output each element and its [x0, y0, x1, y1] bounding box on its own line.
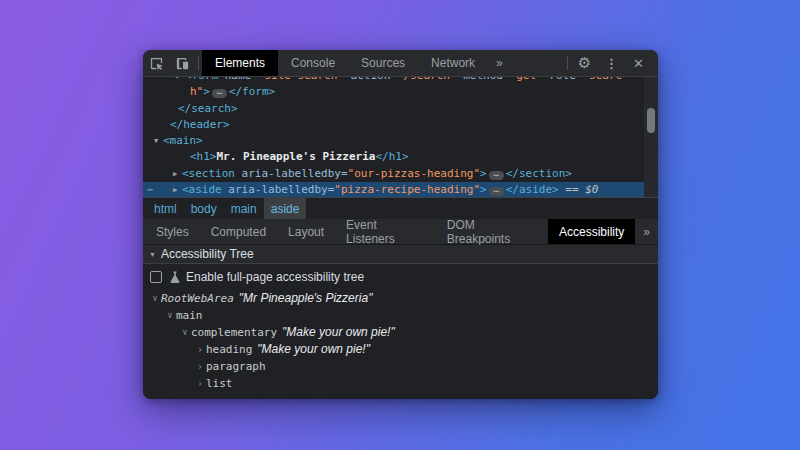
toolbar-separator — [198, 56, 199, 70]
code-token-tag: </h1> — [375, 150, 408, 163]
row-options-dots-icon[interactable]: ⋯ — [147, 182, 154, 198]
dom-tree-row[interactable]: ⋯▶<aside aria-labelledby="pizza-recipe-h… — [143, 182, 658, 198]
enable-full-page-tree-checkbox[interactable] — [150, 271, 162, 283]
dom-tree-row[interactable]: </header> — [143, 117, 658, 133]
dom-tree-row[interactable]: h">…</form> — [143, 84, 658, 100]
settings-gear-icon[interactable]: ⚙ — [571, 50, 598, 76]
dom-rows: ▶<form name="site-search" action="/searc… — [143, 77, 658, 198]
customize-menu-icon[interactable]: ⋮ — [598, 50, 625, 76]
collapsed-content-ellipsis-button[interactable]: … — [489, 187, 504, 196]
code-token-tag: <form — [185, 77, 218, 82]
code-token-val: "/search" — [397, 77, 457, 82]
a11y-tree-row-rootwebarea[interactable]: ∨RootWebArea"Mr Pineapple's Pizzeria" — [143, 290, 658, 307]
code-token-attr: name= — [218, 77, 258, 82]
devtools-toolbar: ElementsConsoleSourcesNetwork » ⚙ ⋮ ✕ — [143, 50, 658, 77]
dom-scrollbar-track[interactable] — [644, 77, 658, 197]
code-token-val: "searc — [582, 77, 622, 82]
collapsed-arrow-icon[interactable]: ▶ — [173, 182, 182, 198]
code-token-tag: > — [480, 167, 487, 180]
a11y-tree-row-main[interactable]: ∨main — [143, 307, 658, 324]
code-token-tag: </aside> — [506, 183, 559, 196]
dom-tree-row[interactable]: ▶<form name="site-search" action="/searc… — [143, 77, 658, 84]
a11y-tree-row-heading[interactable]: ›heading"Make your own pie!" — [143, 341, 658, 358]
a11y-role-label: heading — [206, 341, 252, 358]
code-token-tag: <h1> — [190, 150, 217, 163]
sidebar-tabs: StylesComputedLayoutEvent ListenersDOM B… — [145, 219, 635, 244]
code-token-val: "pizza-recipe-heading" — [334, 183, 480, 196]
more-sidebar-tabs-chevron-icon[interactable]: » — [635, 219, 658, 244]
tab-elements[interactable]: Elements — [202, 50, 278, 76]
breadcrumb-item-html[interactable]: html — [147, 198, 184, 219]
tab-layout[interactable]: Layout — [277, 219, 335, 244]
dom-tree-row[interactable]: ▶<section aria-labelledby="our-pizzas-he… — [143, 166, 658, 182]
full-page-a11y-tree-row: Enable full-page accessibility tree — [143, 264, 658, 290]
code-token-eq: == $0 — [559, 183, 599, 196]
tab-styles[interactable]: Styles — [145, 219, 200, 244]
a11y-accessible-name: "Mr Pineapple's Pizzeria" — [239, 290, 373, 307]
chevron-right-icon[interactable]: › — [194, 341, 206, 358]
code-token-tag: <section — [182, 167, 235, 180]
devtools-window: ElementsConsoleSourcesNetwork » ⚙ ⋮ ✕ ▶<… — [143, 50, 658, 399]
accessibility-tree-section-header[interactable]: ▼ Accessibility Tree — [143, 245, 658, 264]
dom-scrollbar-thumb[interactable] — [647, 108, 655, 133]
collapsed-arrow-icon[interactable]: ▶ — [176, 77, 185, 84]
chevron-right-icon[interactable]: › — [194, 375, 206, 392]
code-token-tag: <aside — [182, 183, 222, 196]
experiment-flask-icon — [169, 271, 181, 284]
chevron-down-icon[interactable]: ∨ — [149, 290, 161, 307]
breadcrumb-item-main[interactable]: main — [224, 198, 264, 219]
chevron-down-icon[interactable]: ∨ — [164, 307, 176, 324]
code-token-val: "get" — [510, 77, 543, 82]
dom-tree-row[interactable]: <h1>Mr. Pineapple's Pizzeria</h1> — [143, 149, 658, 165]
toolbar-separator — [567, 56, 568, 70]
collapsed-content-ellipsis-button[interactable]: … — [489, 171, 504, 180]
a11y-role-label: paragraph — [206, 358, 266, 375]
a11y-tree-row-list[interactable]: ›list — [143, 375, 658, 392]
close-icon[interactable]: ✕ — [625, 50, 652, 76]
a11y-accessible-name: "Make your own pie!" — [282, 324, 395, 341]
dom-tree-row[interactable]: ▼<main> — [143, 133, 658, 149]
breadcrumb-item-aside[interactable]: aside — [264, 198, 307, 219]
code-token-tag: </header> — [170, 118, 230, 131]
code-token-val: "our-pizzas-heading" — [348, 167, 480, 180]
toolbar-right-controls: ⚙ ⋮ ✕ — [564, 50, 658, 76]
breadcrumb-item-body[interactable]: body — [184, 198, 224, 219]
accessibility-pane: ▼ Accessibility Tree Enable full-page ac… — [143, 245, 658, 399]
device-toolbar-icon[interactable] — [169, 50, 195, 76]
code-token-val: "site-search" — [258, 77, 344, 82]
tab-computed[interactable]: Computed — [200, 219, 277, 244]
code-token-attr: method= — [457, 77, 510, 82]
code-token-tag: </section> — [506, 167, 572, 180]
code-token-attr: action= — [344, 77, 397, 82]
a11y-tree-row-complementary[interactable]: ∨complementary"Make your own pie!" — [143, 324, 658, 341]
code-token-txt: Mr. Pineapple's Pizzeria — [217, 150, 376, 163]
a11y-role-label: list — [206, 375, 233, 392]
code-token-attr: role= — [543, 77, 583, 82]
dom-tree-pane: ▶<form name="site-search" action="/searc… — [143, 77, 658, 198]
accessibility-tree: ∨RootWebArea"Mr Pineapple's Pizzeria"∨ma… — [143, 290, 658, 392]
chevron-right-icon[interactable]: › — [194, 358, 206, 375]
expanded-arrow-icon[interactable]: ▼ — [154, 133, 163, 149]
a11y-tree-row-paragraph[interactable]: ›paragraph — [143, 358, 658, 375]
main-tab-strip: ElementsConsoleSourcesNetwork — [202, 50, 488, 76]
chevron-down-icon[interactable]: ∨ — [179, 324, 191, 341]
inspect-element-icon[interactable] — [143, 50, 169, 76]
tab-network[interactable]: Network — [418, 50, 488, 76]
dom-tree-row[interactable]: </search> — [143, 101, 658, 117]
tab-console[interactable]: Console — [278, 50, 348, 76]
tab-dom-breakpoints[interactable]: DOM Breakpoints — [436, 219, 548, 244]
a11y-role-label: main — [176, 307, 203, 324]
tab-sources[interactable]: Sources — [348, 50, 418, 76]
collapsed-arrow-icon[interactable]: ▶ — [173, 166, 182, 182]
code-token-tag: > — [203, 85, 210, 98]
tab-accessibility[interactable]: Accessibility — [548, 219, 635, 244]
breadcrumb: htmlbodymainaside — [143, 198, 658, 219]
code-token-tag: > — [480, 183, 487, 196]
code-token-attr: aria-labelledby= — [235, 167, 348, 180]
section-collapse-icon: ▼ — [149, 251, 156, 258]
section-title: Accessibility Tree — [161, 247, 254, 261]
tab-event-listeners[interactable]: Event Listeners — [335, 219, 436, 244]
collapsed-content-ellipsis-button[interactable]: … — [212, 89, 227, 98]
code-token-attr: aria-labelledby= — [222, 183, 335, 196]
more-tabs-chevron-icon[interactable]: » — [488, 50, 511, 76]
